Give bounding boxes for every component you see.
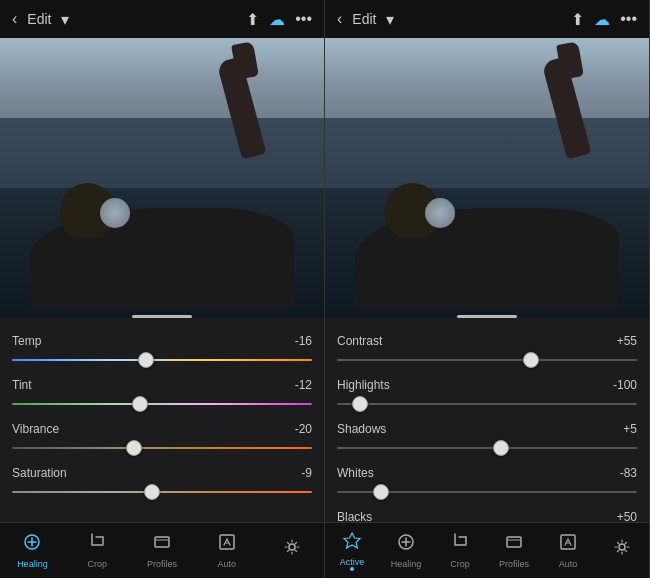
shadows-thumb[interactable] bbox=[493, 440, 509, 456]
left-toolbar-profiles[interactable]: Profiles bbox=[140, 532, 184, 569]
active-icon bbox=[342, 530, 362, 555]
tint-thumb[interactable] bbox=[132, 396, 148, 412]
svg-rect-7 bbox=[561, 535, 575, 549]
whites-thumb[interactable] bbox=[373, 484, 389, 500]
right-more-icon[interactable]: ••• bbox=[620, 10, 637, 28]
saturation-value: -9 bbox=[301, 466, 312, 480]
temp-value: -16 bbox=[295, 334, 312, 348]
tint-row: Tint -12 bbox=[12, 378, 312, 392]
shadows-slider[interactable] bbox=[337, 438, 637, 458]
contrast-slider[interactable] bbox=[337, 350, 637, 370]
cloud-icon[interactable]: ☁ bbox=[269, 10, 285, 29]
svg-marker-4 bbox=[344, 533, 360, 548]
left-toolbar-healing[interactable]: Healing bbox=[10, 532, 54, 569]
vibrance-row: Vibrance -20 bbox=[12, 422, 312, 436]
right-auto-label: Auto bbox=[559, 559, 578, 569]
tint-label: Tint bbox=[12, 378, 32, 392]
right-orb-shape bbox=[425, 198, 455, 228]
right-photo bbox=[325, 38, 649, 318]
tint-value: -12 bbox=[295, 378, 312, 392]
right-white-bar bbox=[457, 315, 517, 318]
right-crop-icon bbox=[450, 532, 470, 557]
right-profiles-label: Profiles bbox=[499, 559, 529, 569]
left-photo bbox=[0, 38, 324, 318]
svg-point-8 bbox=[619, 544, 625, 550]
left-controls: Temp -16 Tint -12 Vibrance -20 bbox=[0, 318, 324, 522]
vibrance-slider[interactable] bbox=[12, 438, 312, 458]
temp-row: Temp -16 bbox=[12, 334, 312, 348]
svg-rect-1 bbox=[155, 537, 169, 547]
highlights-value: -100 bbox=[613, 378, 637, 392]
back-icon[interactable]: ‹ bbox=[12, 10, 17, 28]
saturation-track bbox=[12, 491, 312, 493]
contrast-thumb[interactable] bbox=[523, 352, 539, 368]
right-toolbar-active[interactable]: Active bbox=[330, 530, 374, 571]
right-healing-label: Healing bbox=[391, 559, 422, 569]
right-panel: ‹ Edit ▾ ⬆ ☁ ••• Contrast +55 bbox=[325, 0, 650, 578]
svg-point-3 bbox=[289, 544, 295, 550]
right-topbar-left: ‹ Edit ▾ bbox=[337, 10, 394, 29]
blacks-value: +50 bbox=[617, 510, 637, 522]
right-back-icon[interactable]: ‹ bbox=[337, 10, 342, 28]
left-panel: ‹ Edit ▾ ⬆ ☁ ••• Temp -16 bbox=[0, 0, 325, 578]
profiles-label: Profiles bbox=[147, 559, 177, 569]
right-cloud-icon[interactable]: ☁ bbox=[594, 10, 610, 29]
tint-track bbox=[12, 403, 312, 405]
right-crop-label: Crop bbox=[450, 559, 470, 569]
saturation-label: Saturation bbox=[12, 466, 67, 480]
whites-value: -83 bbox=[620, 466, 637, 480]
tint-slider[interactable] bbox=[12, 394, 312, 414]
right-edit-dropdown-icon[interactable]: ▾ bbox=[386, 10, 394, 29]
left-toolbar-light[interactable] bbox=[270, 537, 314, 564]
right-healing-icon bbox=[396, 532, 416, 557]
highlights-label: Highlights bbox=[337, 378, 390, 392]
right-controls: Contrast +55 Highlights -100 Shadows +5 bbox=[325, 318, 649, 522]
right-topbar-right: ⬆ ☁ ••• bbox=[571, 10, 637, 29]
highlights-thumb[interactable] bbox=[352, 396, 368, 412]
left-toolbar-crop[interactable]: Crop bbox=[75, 532, 119, 569]
orb-shape bbox=[100, 198, 130, 228]
right-topbar: ‹ Edit ▾ ⬆ ☁ ••• bbox=[325, 0, 649, 38]
temp-track bbox=[12, 359, 312, 361]
auto-label: Auto bbox=[218, 559, 237, 569]
contrast-track bbox=[337, 359, 637, 361]
right-toolbar: Active Healing Crop bbox=[325, 522, 649, 578]
whites-slider[interactable] bbox=[337, 482, 637, 502]
edit-dropdown-icon[interactable]: ▾ bbox=[61, 10, 69, 29]
crop-label: Crop bbox=[87, 559, 107, 569]
temp-thumb[interactable] bbox=[138, 352, 154, 368]
right-toolbar-profiles[interactable]: Profiles bbox=[492, 532, 536, 569]
blacks-label: Blacks bbox=[337, 510, 372, 522]
right-edit-title[interactable]: Edit bbox=[352, 11, 376, 27]
left-toolbar-auto[interactable]: Auto bbox=[205, 532, 249, 569]
contrast-value: +55 bbox=[617, 334, 637, 348]
right-toolbar-healing[interactable]: Healing bbox=[384, 532, 428, 569]
edit-title[interactable]: Edit bbox=[27, 11, 51, 27]
vibrance-thumb[interactable] bbox=[126, 440, 142, 456]
svg-rect-2 bbox=[220, 535, 234, 549]
active-dot bbox=[350, 567, 354, 571]
highlights-track bbox=[337, 403, 637, 405]
temp-slider[interactable] bbox=[12, 350, 312, 370]
highlights-slider[interactable] bbox=[337, 394, 637, 414]
highlights-row: Highlights -100 bbox=[337, 378, 637, 392]
light-icon bbox=[282, 537, 302, 562]
saturation-row: Saturation -9 bbox=[12, 466, 312, 480]
right-profiles-icon bbox=[504, 532, 524, 557]
left-topbar-right: ⬆ ☁ ••• bbox=[246, 10, 312, 29]
shadows-label: Shadows bbox=[337, 422, 386, 436]
share-icon[interactable]: ⬆ bbox=[246, 10, 259, 29]
right-toolbar-crop[interactable]: Crop bbox=[438, 532, 482, 569]
temp-label: Temp bbox=[12, 334, 41, 348]
saturation-thumb[interactable] bbox=[144, 484, 160, 500]
healing-label: Healing bbox=[17, 559, 48, 569]
shadows-track bbox=[337, 447, 637, 449]
right-toolbar-auto[interactable]: Auto bbox=[546, 532, 590, 569]
shadows-row: Shadows +5 bbox=[337, 422, 637, 436]
right-toolbar-light[interactable] bbox=[600, 537, 644, 564]
more-icon[interactable]: ••• bbox=[295, 10, 312, 28]
right-share-icon[interactable]: ⬆ bbox=[571, 10, 584, 29]
white-bar bbox=[132, 315, 192, 318]
saturation-slider[interactable] bbox=[12, 482, 312, 502]
active-label: Active bbox=[340, 557, 365, 567]
